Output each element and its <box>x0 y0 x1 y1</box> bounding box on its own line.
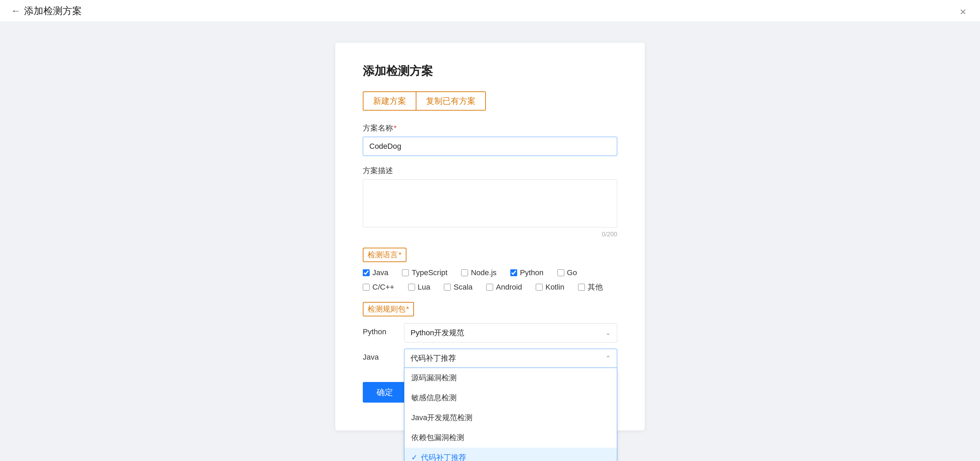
top-bar-title: 添加检测方案 <box>24 5 82 17</box>
lang-label-box: 检测语言* <box>363 248 406 262</box>
tab-copy-plan[interactable]: 复制已有方案 <box>417 91 486 111</box>
lang-scala[interactable]: Scala <box>444 282 473 292</box>
lang-go-checkbox[interactable] <box>557 269 564 276</box>
lang-nodejs[interactable]: Node.js <box>461 268 496 277</box>
name-required-star: * <box>394 124 397 132</box>
check-icon: ✓ <box>411 453 417 461</box>
lang-required-star: * <box>399 250 402 259</box>
lang-java[interactable]: Java <box>363 268 388 277</box>
dropdown-item-label: 代码补丁推荐 <box>421 452 466 461</box>
desc-label: 方案描述 <box>363 166 617 176</box>
lang-cpp[interactable]: C/C++ <box>363 282 395 292</box>
name-label: 方案名称* <box>363 123 617 133</box>
python-select-arrow-icon: ⌄ <box>606 329 611 337</box>
form-title: 添加检测方案 <box>363 63 617 79</box>
lang-lua[interactable]: Lua <box>408 282 431 292</box>
top-bar: ← 添加检测方案 × <box>0 0 980 22</box>
lang-typescript-checkbox[interactable] <box>402 269 409 276</box>
lang-cpp-checkbox[interactable] <box>363 284 370 291</box>
tab-new-plan[interactable]: 新建方案 <box>363 91 417 111</box>
confirm-button[interactable]: 确定 <box>363 382 407 402</box>
rules-row-java: Java 代码补丁推荐 ⌃ 源码漏洞检测 敏感信息检测 <box>363 349 617 368</box>
main-content: 添加检测方案 新建方案 复制已有方案 方案名称* 方案描述 0/200 检测语言… <box>0 22 980 431</box>
lang-nodejs-checkbox[interactable] <box>461 269 468 276</box>
tab-row: 新建方案 复制已有方案 <box>363 91 617 111</box>
python-select-wrapper: Python开发规范 ⌄ <box>404 323 617 342</box>
dropdown-item-code-patch[interactable]: ✓ 代码补丁推荐 <box>404 448 617 461</box>
lang-python[interactable]: Python <box>510 268 544 277</box>
name-input[interactable] <box>363 137 617 156</box>
dropdown-item-label: 依赖包漏洞检测 <box>411 432 464 443</box>
java-selected-value: 代码补丁推荐 <box>410 353 456 363</box>
language-checkboxes: Java TypeScript Node.js Python Go C/C++ <box>363 268 617 292</box>
back-button[interactable]: ← 添加检测方案 <box>11 5 82 17</box>
lang-go[interactable]: Go <box>557 268 577 277</box>
form-card: 添加检测方案 新建方案 复制已有方案 方案名称* 方案描述 0/200 检测语言… <box>335 43 645 431</box>
dropdown-item-dep-vuln[interactable]: 依赖包漏洞检测 <box>404 428 617 448</box>
lang-typescript[interactable]: TypeScript <box>402 268 447 277</box>
lang-python-checkbox[interactable] <box>510 269 517 276</box>
desc-count: 0/200 <box>363 231 617 238</box>
python-selected-value: Python开发规范 <box>410 328 465 338</box>
java-lang-label: Java <box>363 349 397 362</box>
rules-label-box: 检测规则包* <box>363 302 414 316</box>
python-lang-label: Python <box>363 323 397 336</box>
rules-section: 检测规则包* Python Python开发规范 ⌄ Java <box>363 302 617 368</box>
lang-lua-checkbox[interactable] <box>408 284 415 291</box>
lang-scala-checkbox[interactable] <box>444 284 451 291</box>
rules-row-python: Python Python开发规范 ⌄ <box>363 323 617 342</box>
java-rules-select[interactable]: 代码补丁推荐 ⌃ <box>404 349 617 368</box>
lang-other-checkbox[interactable] <box>578 284 585 291</box>
lang-android-checkbox[interactable] <box>486 284 493 291</box>
lang-android[interactable]: Android <box>486 282 522 292</box>
python-rules-select[interactable]: Python开发规范 ⌄ <box>404 323 617 342</box>
desc-textarea[interactable] <box>363 179 617 227</box>
java-select-arrow-icon: ⌃ <box>606 355 611 362</box>
dropdown-item-label: Java开发规范检测 <box>411 413 473 423</box>
rules-required-star: * <box>406 305 409 314</box>
back-arrow-icon: ← <box>11 5 21 16</box>
lang-java-checkbox[interactable] <box>363 269 370 276</box>
java-dropdown-menu: 源码漏洞检测 敏感信息检测 Java开发规范检测 依赖包漏洞检测 <box>404 368 617 461</box>
close-button[interactable]: × <box>960 6 966 17</box>
dropdown-item-java-dev-norm[interactable]: Java开发规范检测 <box>404 408 617 428</box>
lang-kotlin[interactable]: Kotlin <box>536 282 564 292</box>
dropdown-item-label: 源码漏洞检测 <box>411 373 457 383</box>
lang-other[interactable]: 其他 <box>578 282 603 292</box>
dropdown-item-sensitive-info[interactable]: 敏感信息检测 <box>404 388 617 408</box>
dropdown-item-source-vuln[interactable]: 源码漏洞检测 <box>404 368 617 388</box>
lang-kotlin-checkbox[interactable] <box>536 284 542 291</box>
dropdown-item-label: 敏感信息检测 <box>411 393 457 403</box>
page-container: ← 添加检测方案 × 添加检测方案 新建方案 复制已有方案 方案名称* 方案描述 <box>0 0 980 461</box>
java-select-wrapper: 代码补丁推荐 ⌃ 源码漏洞检测 敏感信息检测 J <box>404 349 617 368</box>
